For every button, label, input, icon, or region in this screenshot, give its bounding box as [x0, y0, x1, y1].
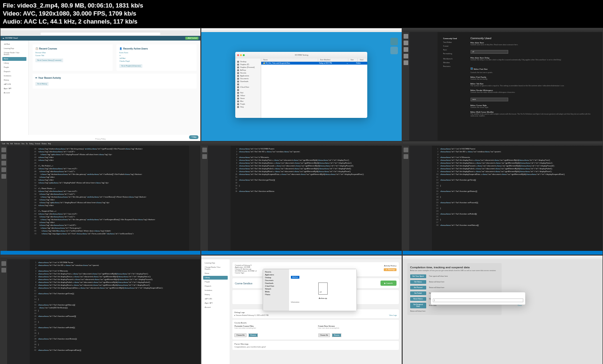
autosave-select[interactable]: off [471, 50, 508, 54]
col-size[interactable]: Size [348, 58, 358, 61]
minimap[interactable] [189, 146, 200, 254]
dialog-tab[interactable]: Archive [291, 276, 299, 279]
menu-item[interactable]: View [22, 143, 25, 145]
extensions-icon[interactable] [404, 60, 408, 65]
sidebar-change[interactable]: Change Realm / Your Realms [203, 265, 228, 271]
choose-file-button[interactable]: Choose file [234, 333, 247, 337]
action-button[interactable]: Set Suspend Data [410, 303, 426, 308]
sidebar-account[interactable]: Account [203, 306, 228, 309]
sidebar-apps[interactable]: Apps / API [2, 87, 26, 91]
launch-button[interactable]: ▶ Launch [380, 281, 396, 286]
sidebar-invitations[interactable]: Invitations [203, 289, 228, 292]
fontsize-checkbox[interactable] [471, 67, 473, 70]
search-icon[interactable] [404, 154, 408, 159]
sidebar-change[interactable]: Change Realm / Your Realms [2, 51, 26, 57]
settings-category[interactable]: Commonly Used [442, 37, 467, 40]
files-icon[interactable] [1, 148, 6, 152]
settings-category[interactable] [442, 56, 467, 57]
browse-button[interactable]: Browse [248, 333, 258, 337]
dock-icon[interactable] [390, 47, 398, 54]
settings-category[interactable]: Features [442, 65, 467, 68]
files-icon[interactable] [404, 34, 408, 39]
menu-item[interactable]: File [7, 143, 9, 145]
menu-item[interactable]: Code [2, 143, 5, 145]
search-icon[interactable] [404, 41, 408, 45]
finder-row-selected[interactable]: 📁 00_Get_Time-and-Suspend-DataToday at 9… [261, 62, 367, 65]
choose-file-button[interactable]: Choose file [318, 333, 330, 337]
sidebar-home[interactable]: Home [203, 272, 228, 275]
settings-category[interactable]: Formatting [442, 52, 467, 55]
menu-item[interactable]: Edit [10, 143, 13, 145]
user-link[interactable]: Charles Royal [119, 60, 194, 63]
go-to-people-button[interactable]: Go to People (14 learners) [119, 64, 142, 68]
sidebar-account[interactable]: Account [2, 91, 26, 95]
col-name[interactable]: Name [261, 58, 318, 61]
settings-category[interactable]: Cursor [442, 44, 467, 48]
sidebar-xapi[interactable]: xAPI LRS [203, 297, 228, 301]
go-to-history-button[interactable]: Go to History [35, 82, 49, 86]
sidebar-people[interactable]: People [203, 280, 228, 284]
action-button[interactable]: Set Passed [410, 286, 426, 290]
browse-button[interactable]: Browse [332, 333, 341, 337]
settings-category[interactable]: Workbench [442, 57, 467, 60]
menu-item[interactable]: Help [48, 143, 51, 145]
sidebar-apps[interactable]: Apps / API [203, 301, 228, 305]
zoom-button[interactable] [243, 54, 245, 56]
go-to-library-button[interactable]: Go to Course Library (2 courses) [35, 58, 63, 62]
dialog-sidebar-item[interactable]: Photos [264, 293, 288, 296]
modal-close-button[interactable]: Close [516, 304, 523, 307]
help-button[interactable]: ? Help [189, 135, 198, 139]
sidebar-home[interactable]: Home [2, 57, 26, 61]
git-icon[interactable] [404, 47, 408, 52]
close-button[interactable] [237, 54, 239, 56]
code-editor[interactable]: 1class=class="str">"cm">// SCORM Parent2… [231, 146, 401, 254]
menu-item[interactable]: Selection [14, 143, 20, 145]
settings-category[interactable]: Font [442, 48, 467, 51]
dock-icon[interactable] [390, 38, 398, 45]
debug-icon[interactable] [404, 54, 408, 58]
url-bar[interactable] [41, 33, 161, 35]
modal-input[interactable] [433, 298, 523, 302]
add-content-button[interactable]: + Add Content [185, 37, 198, 40]
code-editor[interactable]: 1class=class="str">"cm">// SCORM Parent2… [432, 146, 603, 254]
view-logs-link[interactable]: View Logs [389, 314, 397, 316]
menu-item[interactable]: Terminal [35, 143, 40, 145]
search-icon[interactable] [1, 154, 6, 159]
sidebar-xapi[interactable]: xAPI LRS [2, 83, 26, 86]
action-button[interactable]: Reset Status [410, 297, 426, 301]
files-icon[interactable] [404, 148, 408, 152]
whitespace-select[interactable]: none [471, 98, 508, 101]
menu-item[interactable]: Go [26, 143, 28, 145]
privacy-link[interactable]: Privacy Policy [95, 138, 106, 140]
col-date[interactable]: Date Modified [318, 58, 349, 61]
settings-category[interactable]: Text Editor [442, 41, 467, 44]
git-icon[interactable] [1, 161, 6, 165]
col-kind[interactable]: Kind [358, 58, 367, 61]
sidebar-invitations[interactable]: Invitations [2, 74, 26, 78]
search-icon[interactable] [1, 268, 6, 273]
action-button[interactable]: Set Failed [410, 291, 426, 295]
sidebar-library[interactable]: Library [203, 276, 228, 280]
course-link[interactable]: Course Title [35, 54, 110, 57]
extensions-icon[interactable] [1, 174, 6, 179]
sidebar-people[interactable]: People [2, 66, 26, 69]
debug-icon[interactable] [1, 167, 6, 172]
sidebar-history[interactable]: History [2, 78, 26, 82]
action-button[interactable]: Get Time Spent [410, 274, 426, 278]
archive-icon[interactable] [318, 282, 328, 295]
code-editor[interactable]: 1class=class="str">"cm">// SCORM Parent2… [30, 259, 200, 364]
sidebar-history[interactable]: History [203, 293, 228, 297]
sidebar-dispatch[interactable]: Dispatch [203, 284, 228, 288]
sidebar-dispatch[interactable]: Dispatch [2, 70, 26, 74]
files-icon[interactable] [202, 148, 207, 152]
settings-category[interactable]: Window [442, 61, 467, 64]
warnings-button[interactable]: ⚠ Warnings [384, 268, 396, 271]
menu-item[interactable]: Window [41, 143, 47, 145]
menu-item[interactable]: Debug [29, 143, 33, 145]
minimize-button[interactable] [240, 54, 242, 56]
sidebar-library[interactable]: Library [2, 61, 26, 65]
action-button[interactable]: Get Status [410, 280, 426, 284]
search-icon[interactable] [202, 154, 207, 159]
files-icon[interactable] [1, 261, 6, 266]
finder-sidebar-item[interactable]: Gray [235, 106, 261, 108]
